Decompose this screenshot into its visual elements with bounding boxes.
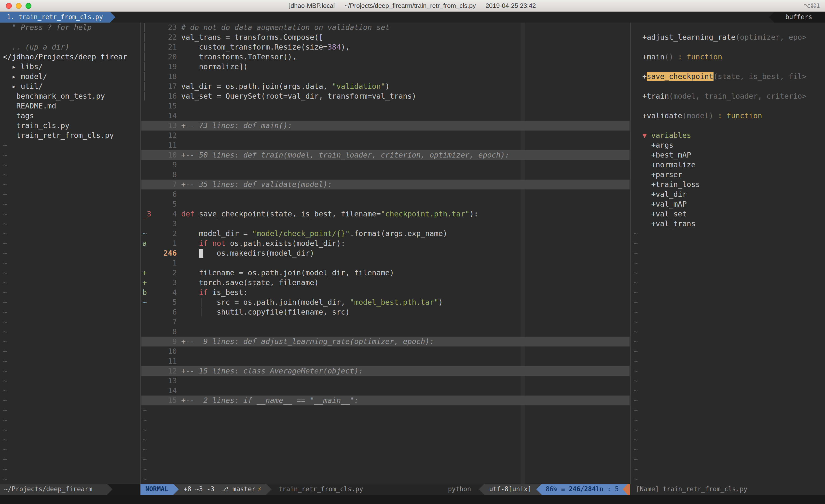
- code-line[interactable]: │19 normalize]): [141, 62, 629, 72]
- blank-line: [630, 62, 825, 72]
- code-line[interactable]: 14: [141, 386, 629, 396]
- nerdtree-file-train-cls[interactable]: train_cls.py: [0, 121, 140, 131]
- code-line[interactable]: 13: [141, 376, 629, 386]
- tab-arrow-separator: [110, 12, 115, 22]
- tag-normalize[interactable]: +normalize: [630, 160, 825, 170]
- blank-line: [630, 121, 825, 131]
- code-line[interactable]: 10: [141, 346, 629, 356]
- window-shortcut-badge: ⌥⌘1: [804, 0, 820, 12]
- tag-kind-variables[interactable]: ▼ variables: [630, 131, 825, 140]
- code-line[interactable]: 11: [141, 356, 629, 366]
- nerdtree-dir-model[interactable]: ▸ model/: [0, 72, 140, 81]
- tag-train[interactable]: +train(model, train_loader, criterio>: [630, 91, 825, 101]
- folded-line[interactable]: 12+-- 15 lines: class AverageMeter(objec…: [141, 366, 629, 376]
- code-line[interactable]: │23# do not do data augmentation on vali…: [141, 22, 629, 32]
- empty-line-marker: ~: [0, 396, 140, 405]
- nerdtree-file-readme[interactable]: README.md: [0, 101, 140, 111]
- code-line[interactable]: a1 if not os.path.exists(model_dir):: [141, 239, 629, 248]
- code-line[interactable]: │21 custom_transform.Resize(size=384),: [141, 42, 629, 52]
- nerdtree-file-tags[interactable]: tags: [0, 111, 140, 121]
- code-line[interactable]: _34def save_checkpoint(state, is_best, f…: [141, 209, 629, 219]
- folded-line[interactable]: 10+-- 50 lines: def train(model, train_l…: [141, 150, 629, 160]
- empty-line-marker: ~: [0, 474, 140, 484]
- code-line[interactable]: 246 os.makedirs(model_dir): [141, 248, 629, 258]
- buffers-arrow-separator: [769, 12, 774, 22]
- empty-line-marker: ~: [630, 278, 825, 287]
- warning-arrow: [623, 484, 627, 495]
- nerdtree-help: " Press ? for help: [0, 22, 140, 32]
- code-line[interactable]: 8: [141, 170, 629, 180]
- folded-line[interactable]: 7+-- 35 lines: def validate(model):: [141, 180, 629, 189]
- zoom-button[interactable]: [25, 3, 31, 9]
- folded-line[interactable]: 13+-- 73 lines: def main():: [141, 121, 629, 131]
- nerdtree-dir-libs[interactable]: ▸ libs/: [0, 62, 140, 72]
- nerdtree-up-dir[interactable]: .. (up a dir): [0, 42, 140, 52]
- code-line[interactable]: │17val_dir = os.path.join(args.data, "va…: [141, 81, 629, 91]
- maxline-label: ln: [596, 485, 603, 493]
- code-line[interactable]: 8: [141, 327, 629, 337]
- empty-line-marker: ~: [141, 415, 629, 425]
- tag-save-checkpoint[interactable]: +save_checkpoint(state, is_best, fil>: [630, 72, 825, 81]
- tag-val-dir[interactable]: +val_dir: [630, 189, 825, 199]
- empty-line-marker: ~: [0, 376, 140, 386]
- tag-val-map[interactable]: +val_mAP: [630, 199, 825, 209]
- empty-line-marker: ~: [0, 140, 140, 150]
- code-line[interactable]: 14: [141, 111, 629, 121]
- tabline-fill: [115, 12, 769, 22]
- tag-parser[interactable]: +parser: [630, 170, 825, 180]
- empty-line-marker: ~: [0, 248, 140, 258]
- blank-line: [630, 81, 825, 91]
- code-line[interactable]: │16val_set = QuerySet(root=val_dir, tran…: [141, 91, 629, 101]
- code-line[interactable]: 9: [141, 160, 629, 170]
- code-line[interactable]: 6 │ shutil.copyfile(filename, src): [141, 307, 629, 317]
- empty-line-marker: ~: [0, 386, 140, 396]
- code-line[interactable]: b4 if is_best:: [141, 287, 629, 298]
- empty-line-marker: ~: [630, 366, 825, 376]
- empty-line-marker: ~: [630, 415, 825, 425]
- code-line[interactable]: 3: [141, 219, 629, 229]
- code-line[interactable]: 11: [141, 140, 629, 150]
- dirty-flag-icon: ⚡: [257, 485, 261, 493]
- code-line[interactable]: 15: [141, 101, 629, 111]
- code-line[interactable]: 5: [141, 199, 629, 209]
- code-line[interactable]: +3 torch.save(state, filename): [141, 278, 629, 287]
- empty-line-marker: ~: [630, 317, 825, 327]
- minimize-button[interactable]: [16, 3, 22, 9]
- tag-adjust-learning-rate[interactable]: +adjust_learning_rate(optimizer, epo>: [630, 32, 825, 42]
- nerdtree-file-train-retr[interactable]: train_retr_from_cls.py: [0, 131, 140, 140]
- nerdtree-file-benchmark[interactable]: benchmark_on_test.py: [0, 91, 140, 101]
- code-line[interactable]: │20 transforms.ToTensor(),: [141, 52, 629, 62]
- close-button[interactable]: [6, 3, 12, 9]
- folded-line[interactable]: 15+-- 2 lines: if __name__ == "__main__"…: [141, 396, 629, 405]
- code-line[interactable]: 7: [141, 317, 629, 327]
- tag-best-map[interactable]: +best_mAP: [630, 150, 825, 160]
- nerdtree-root[interactable]: </jdhao/Projects/deep_firear: [0, 52, 140, 62]
- code-line[interactable]: 12: [141, 131, 629, 140]
- tag-validate[interactable]: +validate(model) : function: [630, 111, 825, 121]
- code-line[interactable]: +2 filename = os.path.join(model_dir, fi…: [141, 268, 629, 278]
- empty-line-marker: ~: [630, 425, 825, 435]
- nerdtree-cwd: ~/Projects/deep_firearm: [0, 484, 107, 495]
- code-line[interactable]: │18: [141, 72, 629, 81]
- tag-train-loss[interactable]: +train_loss: [630, 180, 825, 189]
- code-line[interactable]: 1: [141, 258, 629, 268]
- tag-main[interactable]: +main() : function: [630, 52, 825, 62]
- code-line[interactable]: │22val_trans = transforms.Compose([: [141, 32, 629, 42]
- code-line[interactable]: ~5 │ src = os.path.join(model_dir, "mode…: [141, 298, 629, 307]
- tag-args[interactable]: +args: [630, 140, 825, 150]
- titlebar: jdhao-MBP.local ~/Projects/deep_firearm/…: [0, 0, 825, 12]
- nerdtree-dir-util[interactable]: ▸ util/: [0, 81, 140, 91]
- lines-icon: ≡: [561, 485, 569, 493]
- empty-line-marker: ~: [630, 435, 825, 445]
- code-line[interactable]: 6: [141, 189, 629, 199]
- folded-line[interactable]: 9+-- 9 lines: def adjust_learning_rate(o…: [141, 337, 629, 346]
- empty-line-marker: ~: [0, 327, 140, 337]
- tag-val-trans[interactable]: +val_trans: [630, 219, 825, 229]
- window-separator-left[interactable]: [140, 22, 141, 484]
- tag-val-set[interactable]: +val_set: [630, 209, 825, 219]
- empty-line-marker: ~: [630, 396, 825, 405]
- code-line[interactable]: ~2 model_dir = "model/check_point/{}".fo…: [141, 229, 629, 239]
- empty-line-marker: ~: [141, 464, 629, 474]
- tab-train-retr-from-cls[interactable]: 1. train_retr_from_cls.py: [0, 12, 110, 22]
- empty-line-marker: ~: [630, 474, 825, 484]
